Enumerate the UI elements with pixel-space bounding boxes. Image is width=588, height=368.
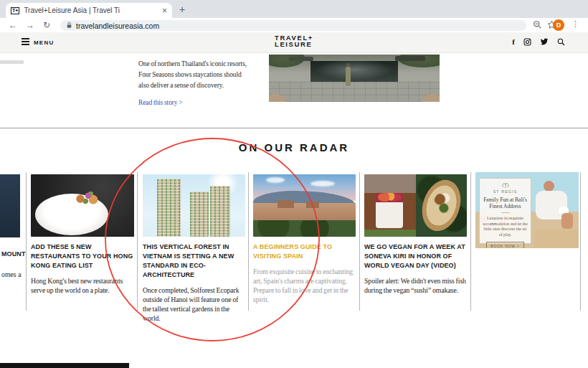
st-regis-crest-icon — [501, 181, 510, 189]
cloud — [310, 181, 335, 187]
radar-card-vegan-soneva-kiri[interactable]: WE GO VEGAN FOR A WEEK AT SONEVA KIRI IN… — [364, 174, 467, 295]
twitter-icon[interactable] — [540, 38, 549, 46]
tree-line — [253, 220, 356, 237]
menu-button[interactable]: MENU — [22, 38, 54, 47]
fortress-tower — [306, 202, 318, 208]
back-icon[interactable]: ← — [9, 21, 17, 29]
screen: T+ Travel+Leisure Asia | Travel Ti × + ←… — [0, 0, 588, 368]
close-tab-icon[interactable]: × — [162, 6, 167, 16]
reload-icon[interactable]: ↻ — [43, 21, 50, 29]
forward-icon[interactable]: → — [26, 21, 34, 29]
address-bar[interactable]: travelandleisureasia.com — [60, 20, 526, 31]
walking-figure — [346, 67, 351, 86]
card-excerpt: Once completed, Solforest Ecopark outsid… — [143, 286, 245, 323]
stone-pavers — [269, 82, 440, 102]
card-separator — [26, 172, 27, 311]
card-separator — [137, 172, 138, 311]
ad-book-now-button[interactable]: BOOK NOW > — [486, 242, 523, 248]
radar-card-vietnam-vertical-forest[interactable]: THIS VERTICAL FOREST IN VIETNAM IS SETTI… — [143, 174, 245, 323]
radar-card-spain-guide[interactable]: A BEGINNERS GUIDE TO VISITING SPAIN From… — [253, 174, 356, 304]
zoom-indicator-icon[interactable] — [533, 20, 542, 29]
radar-card-st-regis-ad[interactable]: ST REGIS Family Fun at Bali's Finest Add… — [475, 172, 579, 248]
cake-photo — [364, 174, 416, 237]
vertical-forest-tower — [157, 179, 181, 237]
partial-card-image[interactable] — [0, 174, 20, 237]
ad-text-panel[interactable]: ST REGIS Family Fun at Bali's Finest Add… — [479, 178, 531, 244]
facebook-icon[interactable]: f — [512, 37, 515, 46]
logo-line-2: LEISURE — [275, 42, 313, 48]
card-image-green-towers[interactable] — [143, 174, 245, 237]
new-tab-icon[interactable]: + — [179, 3, 185, 16]
browser-tab[interactable]: T+ Travel+Leisure Asia | Travel Ti × — [6, 3, 172, 18]
fortress-tower — [278, 200, 294, 207]
cloud — [266, 177, 285, 183]
card-title-link[interactable]: ADD THESE 5 NEW RESTAURANTS TO YOUR HONG… — [31, 242, 134, 270]
vegan-cake — [376, 193, 404, 228]
social-links: f — [512, 37, 565, 46]
ad-body-text: Luxuriate in exquisite accommodation and… — [483, 216, 528, 237]
card-separator — [470, 172, 471, 311]
ad-divider — [501, 212, 510, 213]
bottom-banner-fragment — [0, 363, 129, 368]
browser-toolbar: ← → ↻ travelandleisureasia.com D ⋮ — [0, 18, 588, 32]
url-text: travelandleisureasia.com — [76, 22, 159, 30]
read-story-link[interactable]: Read this story > — [138, 98, 247, 108]
instagram-icon[interactable] — [523, 38, 531, 46]
card-title-link[interactable]: THIS VERTICAL FOREST IN VIETNAM IS SETTI… — [143, 242, 245, 280]
vertical-forest-tower — [210, 186, 230, 237]
card-title-link[interactable]: A BEGINNERS GUIDE TO VISITING SPAIN — [253, 242, 356, 261]
card-separator — [359, 172, 360, 311]
card-excerpt: Hong Kong's best new restaurants serve u… — [31, 276, 134, 295]
card-separator — [248, 172, 249, 311]
ad-photo-sandcastle — [534, 230, 579, 248]
browser-menu-icon[interactable]: ⋮ — [572, 19, 579, 29]
card-image-alhambra[interactable] — [253, 174, 356, 237]
card-image-plated-dish[interactable] — [31, 174, 134, 237]
card-title-link[interactable]: WE GO VEGAN FOR A WEEK AT SONEVA KIRI IN… — [364, 242, 467, 270]
tab-title: Travel+Leisure Asia | Travel Ti — [24, 6, 159, 14]
pool-lounger — [289, 57, 313, 61]
lock-icon — [66, 22, 72, 29]
search-icon[interactable] — [557, 38, 565, 46]
platter-photo — [416, 174, 468, 237]
ad-photo-father — [544, 181, 554, 192]
site-logo[interactable]: TRAVEL+ LEISURE — [275, 35, 313, 47]
hamburger-icon — [22, 38, 29, 47]
featured-excerpt: One of northern Thailand's iconic resort… — [138, 60, 247, 89]
card-excerpt: From exquisite cuisine to enchanting art… — [253, 267, 356, 304]
card-excerpt: Spoiler alert: We didn't even miss fish … — [364, 276, 467, 295]
partial-card-title-fragment[interactable]: MOUNT — [1, 250, 26, 258]
ad-brand-name: ST REGIS — [483, 189, 528, 194]
wooden-platter — [416, 175, 468, 236]
ad-photo-child — [561, 213, 573, 229]
menu-label: MENU — [34, 39, 54, 46]
ad-headline: Family Fun at Bali's Finest Address — [483, 197, 528, 209]
card-image-vegan-food[interactable] — [364, 174, 467, 237]
resort-pool — [310, 61, 398, 82]
section-divider — [0, 128, 588, 128]
partial-card-body-fragment: omes a — [1, 270, 21, 278]
previous-slide-fragment — [0, 60, 24, 64]
site-favicon-icon: T+ — [11, 7, 19, 14]
featured-story: One of northern Thailand's iconic resort… — [138, 59, 247, 108]
fortress — [253, 203, 356, 222]
radar-heading: ON OUR RADAR — [0, 141, 588, 154]
profile-avatar[interactable]: D — [553, 19, 564, 31]
featured-story-image[interactable] — [269, 55, 440, 102]
radar-card-hong-kong-restaurants[interactable]: ADD THESE 5 NEW RESTAURANTS TO YOUR HONG… — [31, 174, 134, 295]
browser-tab-bar: T+ Travel+Leisure Asia | Travel Ti × + — [0, 0, 588, 18]
site-header: MENU TRAVEL+ LEISURE f — [0, 32, 588, 53]
card-separator — [580, 172, 581, 311]
vertical-forest-tower — [190, 192, 209, 237]
pool-lounger — [395, 56, 425, 61]
plated-food — [74, 190, 100, 206]
